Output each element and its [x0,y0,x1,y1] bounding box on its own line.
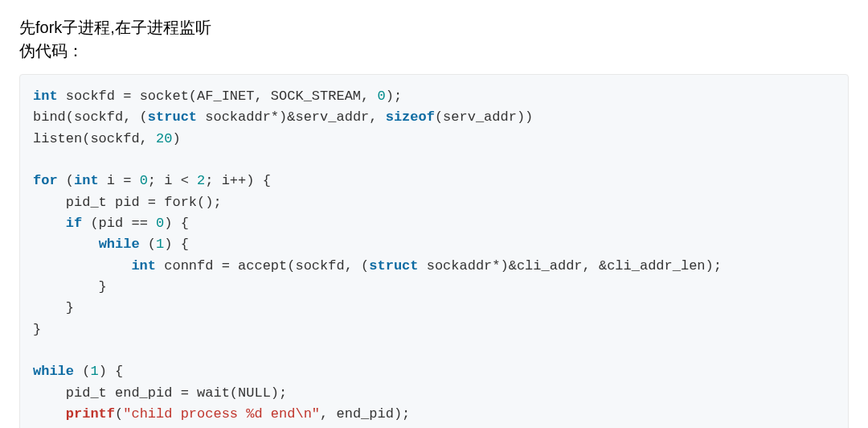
kw-struct: struct [369,258,418,274]
code-text: pid_t end_pid = wait(NULL); [33,385,287,401]
num-0: 0 [156,216,164,231]
kw-int: int [131,258,156,274]
code-text: ; i++) { [205,173,271,188]
intro-text: 先fork子进程,在子进程监听 伪代码： [19,16,849,63]
code-text: i = [99,173,140,188]
code-text [33,216,66,231]
kw-if: if [66,216,82,231]
kw-for: for [33,173,58,188]
code-text: sockaddr*)&serv_addr, [197,109,386,125]
num-1: 1 [156,237,164,252]
code-text: connfd = accept(sockfd, ( [156,258,369,274]
kw-sizeof: sizeof [386,109,435,125]
kw-while: while [99,237,140,252]
num-20: 20 [156,131,172,146]
code-text: sockfd = socket(AF_INET, SOCK_STREAM, [58,88,378,104]
code-text: pid_t pid = fork(); [33,195,222,210]
kw-struct: struct [148,109,197,125]
kw-int: int [74,173,99,188]
code-text: sockaddr*)&cli_addr, &cli_addr_len); [419,258,722,274]
code-text: listen(sockfd, [33,131,156,146]
code-text [33,258,131,274]
pseudocode-block: int sockfd = socket(AF_INET, SOCK_STREAM… [19,74,849,428]
kw-while: while [33,364,74,379]
code-text: ) { [164,216,189,231]
fn-printf: printf [66,406,115,422]
code-text: ( [74,364,90,379]
code-text: ) [172,131,180,146]
code-text: (pid == [82,216,156,231]
code-text: ) { [164,237,189,252]
code-text: } [33,279,107,294]
code-text [33,237,99,252]
string-literal: "child process %d end\n" [123,406,320,422]
intro-line2: 伪代码： [19,42,84,60]
code-text: ); [386,88,402,104]
code-text: , end_pid); [320,406,410,422]
code-text: } [33,322,41,337]
code-text: ) { [99,364,124,379]
code-text: ( [115,406,123,422]
code-text: bind(sockfd, ( [33,109,148,125]
code-text: ( [140,237,156,252]
num-0: 0 [140,173,148,188]
intro-line1: 先fork子进程,在子进程监听 [19,19,211,36]
code-text: } [33,300,74,315]
num-0: 0 [377,88,385,104]
num-2: 2 [197,173,205,188]
kw-int: int [33,88,58,104]
code-text [33,406,66,422]
num-1: 1 [90,364,98,379]
code-text: ( [58,173,74,188]
code-text: (serv_addr)) [435,109,533,125]
code-text: ; i < [148,173,197,188]
